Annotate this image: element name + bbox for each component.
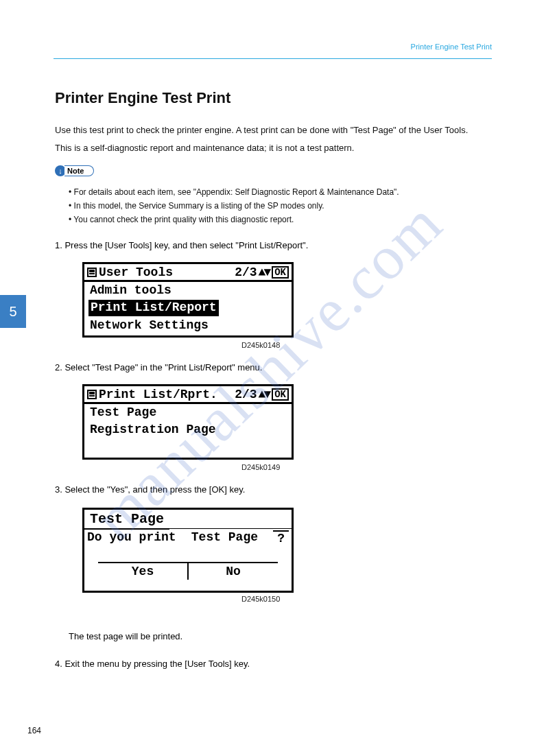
lcd-title: User Tools bbox=[99, 265, 235, 279]
image-id-1: D245k0148 bbox=[241, 341, 280, 349]
image-id-3: D245k0150 bbox=[241, 595, 280, 603]
lcd-item-admin-tools: Admin tools bbox=[84, 282, 292, 299]
updown-arrows-icon: ▲▼ bbox=[259, 265, 270, 279]
lcd-title: Test Page bbox=[84, 510, 169, 530]
chapter-tab: 5 bbox=[0, 295, 26, 328]
lcd-screen-confirm: Test Page Do you print Test Page ? Yes N… bbox=[82, 508, 294, 593]
updown-arrows-icon: ▲▼ bbox=[259, 388, 270, 401]
menu-icon bbox=[87, 390, 97, 399]
note-label: Note bbox=[64, 165, 94, 176]
section-title: Printer Engine Test Print bbox=[55, 89, 230, 107]
lcd-item-registration-page: Registration Page bbox=[84, 421, 292, 438]
lcd-page-indicator: 2/3 bbox=[235, 388, 257, 401]
intro-line-2: This is a self-diagnostic report and mai… bbox=[55, 141, 492, 155]
ok-indicator: OK bbox=[272, 266, 289, 279]
menu-icon bbox=[87, 268, 97, 277]
step-2: 2. Select "Test Page" in the "Print List… bbox=[55, 362, 262, 373]
step-4-result: The test page will be printed. bbox=[69, 631, 182, 641]
lcd-item-network-settings: Network Settings bbox=[84, 317, 292, 334]
step-1: 1. Press the [User Tools] key, and then … bbox=[55, 240, 308, 250]
lcd-item-test-page: Test Page bbox=[84, 404, 292, 421]
lcd-titlebar: User Tools 2/3 ▲▼ OK bbox=[84, 264, 292, 282]
ok-indicator: OK bbox=[272, 388, 289, 401]
image-id-2: D245k0149 bbox=[241, 463, 280, 471]
step-5: 4. Exit the menu by pressing the [User T… bbox=[55, 659, 250, 669]
option-no: No bbox=[189, 563, 278, 580]
note-bullet-2: In this model, the Service Summary is a … bbox=[69, 200, 492, 212]
intro-line-1: Use this test print to check the printer… bbox=[55, 123, 492, 137]
lcd-screen-print-list: Print List/Rprt. 2/3 ▲▼ OK Test Page Reg… bbox=[82, 384, 294, 460]
prompt-qmark: ? bbox=[273, 530, 289, 545]
lcd-screen-user-tools: User Tools 2/3 ▲▼ OK Admin tools Print L… bbox=[82, 262, 294, 338]
page-number: 164 bbox=[27, 726, 41, 735]
note-bullet-3: You cannot check the print quality with … bbox=[69, 214, 492, 226]
note-bullet-1: For details about each item, see "Append… bbox=[69, 187, 492, 198]
lcd-page-indicator: 2/3 bbox=[235, 265, 257, 279]
lcd-item-print-list-report: Print List/Report bbox=[88, 300, 219, 316]
prompt-right: Test Page bbox=[191, 530, 258, 545]
header-divider bbox=[54, 58, 492, 59]
lcd-titlebar: Print List/Rprt. 2/3 ▲▼ OK bbox=[84, 386, 292, 404]
step-3: 3. Select the "Yes", and then press the … bbox=[55, 484, 245, 495]
lcd-title: Print List/Rprt. bbox=[99, 388, 235, 401]
note-pill: ↓ Note bbox=[55, 165, 94, 177]
header-label: Printer Engine Test Print bbox=[411, 43, 492, 51]
option-yes: Yes bbox=[98, 563, 189, 580]
prompt-left: Do you print bbox=[87, 530, 176, 545]
